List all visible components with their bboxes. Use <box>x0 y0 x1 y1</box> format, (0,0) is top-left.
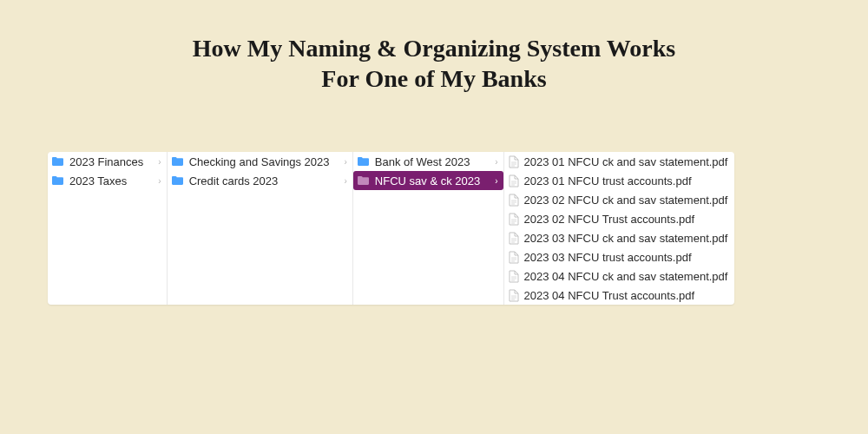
file-row[interactable]: 2023 03 NFCU ck and sav statement.pdf <box>504 228 735 247</box>
title-line-2: For One of My Banks <box>0 63 868 94</box>
file-icon <box>508 269 520 283</box>
chevron-right-icon: › <box>336 157 347 167</box>
folder-row[interactable]: Checking and Savings 2023› <box>168 152 352 171</box>
file-row[interactable]: 2023 02 NFCU ck and sav statement.pdf <box>504 190 735 209</box>
folder-icon <box>51 156 65 167</box>
item-label: 2023 04 NFCU ck and sav statement.pdf <box>524 270 730 283</box>
folder-row[interactable]: 2023 Taxes› <box>48 171 167 190</box>
item-label: NFCU sav & ck 2023 <box>375 174 482 187</box>
chevron-right-icon: › <box>486 157 497 167</box>
finder-column-view: 2023 Finances›2023 Taxes›Checking and Sa… <box>48 152 734 305</box>
file-icon <box>508 174 520 187</box>
item-label: Credit cards 2023 <box>189 174 280 187</box>
file-icon <box>508 155 520 168</box>
item-label: 2023 Taxes <box>69 174 128 187</box>
title-line-1: How My Naming & Organizing System Works <box>0 33 868 63</box>
page-title: How My Naming & Organizing System Works … <box>0 0 868 94</box>
chevron-right-icon: › <box>486 176 497 186</box>
item-label: 2023 01 NFCU ck and sav statement.pdf <box>524 155 730 168</box>
chevron-right-icon: › <box>149 176 161 186</box>
chevron-right-icon: › <box>336 176 347 186</box>
finder-column: 2023 Finances›2023 Taxes› <box>48 152 168 305</box>
folder-row[interactable]: 2023 Finances› <box>48 152 167 171</box>
item-label: 2023 01 NFCU trust accounts.pdf <box>524 174 694 187</box>
folder-icon <box>51 175 65 186</box>
chevron-right-icon: › <box>149 157 161 167</box>
file-icon <box>508 250 520 264</box>
item-label: 2023 03 NFCU trust accounts.pdf <box>524 251 694 264</box>
file-row[interactable]: 2023 03 NFCU trust accounts.pdf <box>504 247 735 266</box>
folder-row[interactable]: Bank of West 2023› <box>353 152 503 171</box>
file-icon <box>508 231 520 245</box>
file-icon <box>508 212 520 226</box>
file-row[interactable]: 2023 04 NFCU Trust accounts.pdf <box>504 286 735 305</box>
folder-icon <box>357 156 371 167</box>
item-label: Bank of West 2023 <box>375 155 472 168</box>
finder-column: 2023 01 NFCU ck and sav statement.pdf202… <box>504 152 735 305</box>
finder-column: Bank of West 2023›NFCU sav & ck 2023› <box>353 152 504 305</box>
item-label: 2023 04 NFCU Trust accounts.pdf <box>524 289 697 302</box>
file-icon <box>508 193 520 207</box>
file-row[interactable]: 2023 02 NFCU Trust accounts.pdf <box>504 209 735 228</box>
folder-row[interactable]: NFCU sav & ck 2023› <box>353 171 503 190</box>
item-label: 2023 03 NFCU ck and sav statement.pdf <box>524 232 730 245</box>
file-row[interactable]: 2023 01 NFCU trust accounts.pdf <box>504 171 735 190</box>
file-row[interactable]: 2023 01 NFCU ck and sav statement.pdf <box>504 152 735 171</box>
item-label: 2023 Finances <box>69 155 145 168</box>
finder-column: Checking and Savings 2023›Credit cards 2… <box>168 152 353 305</box>
file-row[interactable]: 2023 04 NFCU ck and sav statement.pdf <box>504 266 735 286</box>
folder-icon <box>357 175 371 186</box>
folder-row[interactable]: Credit cards 2023› <box>168 171 352 190</box>
item-label: 2023 02 NFCU ck and sav statement.pdf <box>524 194 730 207</box>
item-label: 2023 02 NFCU Trust accounts.pdf <box>524 213 697 226</box>
folder-icon <box>171 175 185 186</box>
item-label: Checking and Savings 2023 <box>189 155 332 168</box>
folder-icon <box>171 156 185 167</box>
file-icon <box>508 288 520 302</box>
